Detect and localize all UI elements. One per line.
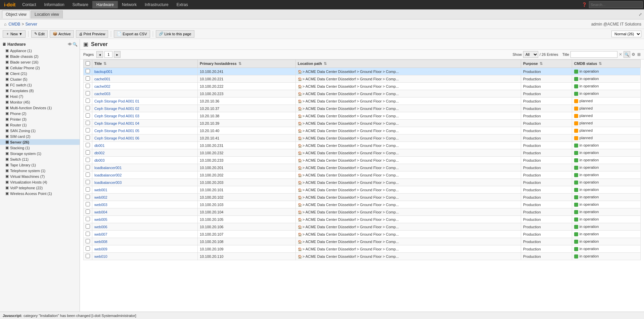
table-row[interactable]: loadbalancer001 10.100.20.201 🏠> ACME Da…	[84, 164, 641, 171]
row-checkbox-cell-2[interactable]	[84, 83, 92, 90]
row-checkbox-19[interactable]	[86, 209, 90, 214]
view-select[interactable]: Normal (26)	[611, 31, 641, 37]
sidebar-item-19[interactable]: ▣Switch (11)	[0, 156, 80, 162]
row-checkbox-18[interactable]	[86, 202, 90, 206]
sidebar-item-1[interactable]: ▣Blade chassis (2)	[0, 53, 80, 59]
row-title-6[interactable]: Ceph Storage Pod A001 03	[92, 112, 198, 120]
row-checkbox-cell-21[interactable]	[84, 223, 92, 231]
nav-extras[interactable]: Extras	[173, 1, 192, 8]
export-csv-button[interactable]: 📄 Export as CSV	[114, 30, 150, 38]
home-icon[interactable]: ⌂	[4, 22, 6, 27]
row-checkbox-23[interactable]	[86, 239, 90, 243]
table-row[interactable]: Ceph Storage Pod A001 04 10.20.10.39 🏠> …	[84, 120, 641, 127]
row-title-20[interactable]: web005	[92, 216, 198, 223]
row-checkbox-13[interactable]	[86, 165, 90, 169]
print-preview-button[interactable]: 🖨 Print Preview	[76, 30, 108, 38]
row-title-4[interactable]: Ceph Storage Pod A001 01	[92, 97, 198, 105]
sidebar-item-17[interactable]: ▣Stacking (1)	[0, 145, 80, 151]
sidebar-item-15[interactable]: ▣SIM card (2)	[0, 133, 80, 139]
table-row[interactable]: db001 10.100.20.231 🏠> ACME Data Center …	[84, 142, 641, 149]
row-checkbox-20[interactable]	[86, 217, 90, 221]
archive-button[interactable]: 📦 Archive	[50, 30, 74, 38]
row-title-25[interactable]: web010	[92, 253, 198, 260]
row-checkbox-cell-22[interactable]	[84, 231, 92, 238]
row-title-10[interactable]: db001	[92, 142, 198, 149]
table-row[interactable]: Ceph Storage Pod A001 01 10.20.10.36 🏠> …	[84, 97, 641, 105]
table-row[interactable]: web002 10.100.20.102 🏠> ACME Data Center…	[84, 194, 641, 201]
row-checkbox-15[interactable]	[86, 180, 90, 184]
row-checkbox-1[interactable]	[86, 76, 90, 81]
table-row[interactable]: cache003 10.100.20.223 🏠> ACME Data Cent…	[84, 90, 641, 97]
sidebar-header[interactable]: 🖥 Hardware 👁 🔍	[0, 41, 80, 48]
sidebar-item-8[interactable]: ▣Host (7)	[0, 93, 80, 99]
row-title-21[interactable]: web006	[92, 223, 198, 231]
row-checkbox-6[interactable]	[86, 113, 90, 118]
row-checkbox-22[interactable]	[86, 232, 90, 236]
current-page-input[interactable]	[104, 51, 112, 58]
row-checkbox-cell-15[interactable]	[84, 179, 92, 186]
row-checkbox-12[interactable]	[86, 158, 90, 162]
row-checkbox-cell-20[interactable]	[84, 216, 92, 223]
filter-settings-icon[interactable]: ⚙	[632, 52, 635, 57]
sidebar-search-icon[interactable]: 🔍	[73, 42, 78, 47]
search-input[interactable]	[589, 1, 643, 8]
row-title-5[interactable]: Ceph Storage Pod A001 02	[92, 105, 198, 112]
row-checkbox-14[interactable]	[86, 172, 90, 177]
row-title-1[interactable]: cache001	[92, 75, 198, 83]
sidebar-item-6[interactable]: ▣FC switch (1)	[0, 82, 80, 88]
prev-page-button[interactable]	[96, 51, 103, 58]
row-checkbox-cell-12[interactable]	[84, 157, 92, 164]
select-all-checkbox[interactable]	[86, 61, 90, 66]
row-checkbox-cell-14[interactable]	[84, 171, 92, 179]
table-row[interactable]: web009 10.100.20.109 🏠> ACME Data Center…	[84, 245, 641, 253]
filter-expand-icon[interactable]: ⊞	[637, 52, 641, 57]
breadcrumb-server[interactable]: Server	[26, 22, 37, 27]
nav-network[interactable]: Network	[118, 1, 141, 8]
nav-hardware[interactable]: Hardware	[92, 1, 118, 8]
row-checkbox-10[interactable]	[86, 143, 90, 147]
table-row[interactable]: Ceph Storage Pod A001 06 10.20.10.41 🏠> …	[84, 134, 641, 142]
status-column-header[interactable]: CMDB status ⇅	[572, 60, 640, 68]
row-checkbox-cell-16[interactable]	[84, 186, 92, 194]
row-checkbox-4[interactable]	[86, 98, 90, 103]
maximize-icon[interactable]: ⤢	[639, 12, 642, 17]
row-title-12[interactable]: db003	[92, 157, 198, 164]
table-row[interactable]: Ceph Storage Pod A001 05 10.20.10.40 🏠> …	[84, 127, 641, 134]
row-checkbox-11[interactable]	[86, 150, 90, 155]
row-title-3[interactable]: cache003	[92, 90, 198, 97]
title-column-header[interactable]: Title ⇅	[92, 60, 198, 68]
table-row[interactable]: cache002 10.100.20.222 🏠> ACME Data Cent…	[84, 83, 641, 90]
row-checkbox-2[interactable]	[86, 84, 90, 88]
row-title-14[interactable]: loadbalancer002	[92, 171, 198, 179]
row-title-22[interactable]: web007	[92, 231, 198, 238]
row-checkbox-cell-17[interactable]	[84, 194, 92, 201]
table-row[interactable]: Ceph Storage Pod A001 03 10.20.10.38 🏠> …	[84, 112, 641, 120]
table-row[interactable]: db003 10.100.20.233 🏠> ACME Data Center …	[84, 157, 641, 164]
row-checkbox-cell-18[interactable]	[84, 201, 92, 208]
sidebar-item-14[interactable]: ▣SAN Zoning (1)	[0, 128, 80, 133]
sidebar-item-0[interactable]: ▣Appliance (1)	[0, 48, 80, 53]
row-title-2[interactable]: cache002	[92, 83, 198, 90]
row-checkbox-cell-25[interactable]	[84, 253, 92, 260]
select-all-header[interactable]	[84, 60, 92, 68]
eye-icon[interactable]: 👁	[68, 42, 72, 47]
table-row[interactable]: web008 10.100.20.108 🏠> ACME Data Center…	[84, 238, 641, 245]
next-page-button[interactable]	[114, 51, 121, 58]
filter-input[interactable]	[570, 51, 617, 58]
sidebar-item-9[interactable]: ▣Monitor (45)	[0, 99, 80, 105]
row-checkbox-cell-7[interactable]	[84, 120, 92, 127]
filter-clear-icon[interactable]: ✕	[619, 52, 622, 57]
row-title-23[interactable]: web008	[92, 238, 198, 245]
row-checkbox-cell-9[interactable]	[84, 134, 92, 142]
filter-search-button[interactable]: 🔍	[624, 51, 630, 58]
edit-button[interactable]: ✎ Edit	[31, 30, 48, 38]
table-row[interactable]: web003 10.100.20.103 🏠> ACME Data Center…	[84, 201, 641, 208]
row-title-0[interactable]: backup001	[92, 68, 198, 75]
row-checkbox-cell-10[interactable]	[84, 142, 92, 149]
sidebar-item-12[interactable]: ▣Printer (3)	[0, 116, 80, 122]
table-row[interactable]: web010 10.100.20.110 🏠> ACME Data Center…	[84, 253, 641, 260]
table-row[interactable]: web001 10.100.20.101 🏠> ACME Data Center…	[84, 186, 641, 194]
sidebar-item-23[interactable]: ▣Virtualization Hosts (4)	[0, 179, 80, 185]
sidebar-item-4[interactable]: ▣Client (21)	[0, 71, 80, 76]
sidebar-item-16[interactable]: ▣Server (26)	[0, 139, 80, 145]
